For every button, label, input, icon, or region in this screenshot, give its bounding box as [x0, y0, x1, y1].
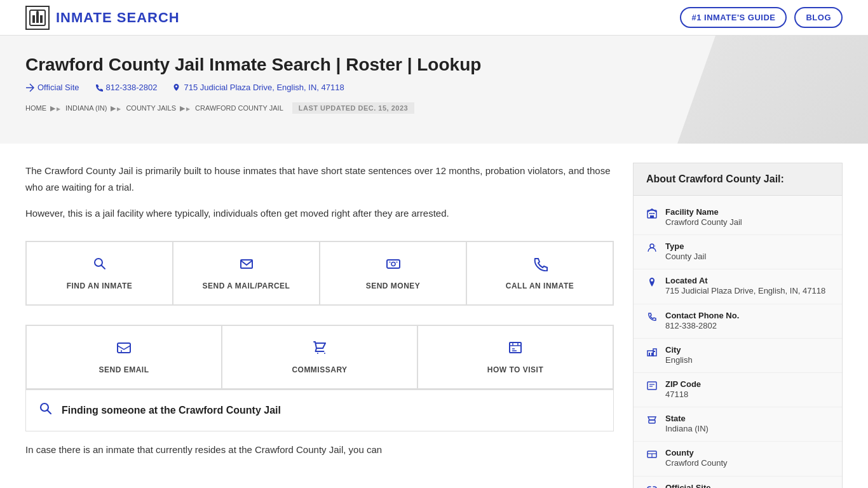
mail-icon [239, 256, 254, 275]
breadcrumb-state[interactable]: INDIANA (IN) [65, 104, 107, 112]
breadcrumb-home[interactable]: HOME [25, 104, 46, 112]
contact-phone-icon [646, 312, 658, 325]
description-para1: The Crawford County Jail is primarily bu… [25, 163, 614, 195]
page-title: Crawford County Jail Inmate Search | Ros… [25, 55, 843, 75]
address-link[interactable]: 715 Judicial Plaza Drive, English, IN, 4… [172, 83, 344, 92]
send-email-label: SEND EMAIL [98, 365, 149, 374]
hero-section: Crawford County Jail Inmate Search | Ros… [0, 36, 868, 144]
bottom-text: In case there is an inmate that currentl… [25, 442, 614, 458]
building-icon [646, 208, 658, 221]
zip-value: 47118 [665, 389, 701, 400]
description-para2: However, this is a jail facility where t… [25, 205, 614, 222]
svg-point-26 [650, 244, 654, 248]
about-county: County Crawford County [634, 442, 842, 476]
blog-button[interactable]: BLOG [794, 7, 843, 28]
header: INMATE SEARCH #1 INMATE'S GUIDE BLOG [0, 0, 868, 36]
county-label: County [665, 448, 728, 458]
svg-rect-33 [648, 382, 656, 390]
phone-label: Contact Phone No. [665, 311, 739, 320]
call-inmate-label: CALL AN INMATE [506, 281, 574, 290]
type-value: County Jail [665, 251, 706, 262]
state-icon [646, 415, 658, 428]
facility-name-label: Facility Name [665, 207, 742, 217]
breadcrumb-sep3: ▶ [180, 104, 191, 112]
hero-meta: Official Site 812-338-2802 715 Judicial … [25, 83, 843, 92]
breadcrumb-county-jails[interactable]: COUNTY JAILS [126, 104, 176, 112]
svg-point-27 [655, 246, 656, 247]
zip-icon [646, 381, 658, 393]
facility-name-value: Crawford County Jail [665, 217, 742, 228]
action-send-mail[interactable]: SEND A MAIL/PARCEL [173, 241, 320, 305]
right-column: About Crawford County Jail: Facility Nam… [633, 163, 843, 488]
left-column: The Crawford County Jail is primarily bu… [25, 163, 614, 458]
about-phone: Contact Phone No. 812-338-2802 [634, 304, 842, 339]
located-at-value: 715 Judicial Plaza Drive, English, IN, 4… [665, 285, 825, 297]
find-inmate-label: FIND AN INMATE [67, 281, 133, 290]
action-send-email[interactable]: SEND EMAIL [26, 325, 222, 389]
svg-point-8 [391, 262, 395, 266]
description-block: The Crawford County Jail is primarily bu… [25, 163, 614, 222]
about-heading: About Crawford County Jail: [634, 163, 842, 196]
location-icon [646, 277, 658, 290]
link-icon [646, 484, 658, 489]
type-label: Type [665, 241, 706, 251]
svg-rect-2 [36, 13, 39, 23]
email-icon [116, 340, 132, 359]
breadcrumb-sep1: ▶ [50, 104, 62, 112]
search-icon [92, 256, 107, 275]
svg-rect-7 [387, 260, 400, 268]
city-icon [646, 346, 658, 359]
cart-icon [312, 340, 327, 359]
find-section[interactable]: Finding someone at the Crawford County J… [25, 390, 614, 431]
located-at-label: Located At [665, 276, 825, 285]
about-official-site[interactable]: Official Site [634, 477, 842, 489]
visit-icon [508, 340, 523, 359]
action-grid-top: FIND AN INMATE SEND A MAIL/PARCEL SEND M… [25, 241, 614, 306]
main-content: The Crawford County Jail is primarily bu… [0, 144, 868, 488]
action-grid-bottom: SEND EMAIL COMMISSARY HOW TO VISIT [25, 325, 614, 390]
action-how-to-visit[interactable]: HOW TO VISIT [417, 325, 613, 389]
logo-area: INMATE SEARCH [25, 6, 180, 30]
svg-rect-24 [653, 213, 654, 214]
about-card: About Crawford County Jail: Facility Nam… [633, 163, 843, 488]
about-located-at: Located At 715 Judicial Plaza Drive, Eng… [634, 269, 842, 304]
breadcrumb-sep2: ▶ [111, 104, 122, 112]
svg-point-4 [36, 11, 39, 13]
svg-rect-3 [40, 15, 43, 23]
zip-label: ZIP Code [665, 379, 701, 389]
about-type: Type County Jail [634, 235, 842, 269]
logo-text: INMATE SEARCH [56, 10, 180, 26]
breadcrumb-current: CRAWFORD COUNTY JAIL [195, 104, 283, 112]
action-send-money[interactable]: SEND MONEY [320, 241, 466, 305]
action-find-inmate[interactable]: FIND AN INMATE [26, 241, 173, 305]
breadcrumb: HOME ▶ INDIANA (IN) ▶ COUNTY JAILS ▶ CRA… [25, 102, 843, 114]
county-icon [646, 449, 658, 462]
svg-rect-1 [32, 15, 35, 23]
about-state: State Indiana (IN) [634, 407, 842, 442]
phone-icon [532, 256, 548, 275]
about-city: City English [634, 339, 842, 373]
commissary-label: COMMISSARY [292, 365, 347, 374]
about-list: Facility Name Crawford County Jail Type … [634, 196, 842, 488]
svg-point-12 [317, 353, 318, 354]
guide-button[interactable]: #1 INMATE'S GUIDE [680, 7, 787, 28]
official-site-link[interactable]: Official Site [25, 83, 79, 92]
county-value: Crawford County [665, 458, 728, 469]
svg-rect-23 [651, 213, 653, 214]
send-money-label: SEND MONEY [366, 281, 421, 290]
svg-rect-9 [118, 343, 130, 353]
svg-rect-36 [649, 420, 655, 423]
city-value: English [665, 355, 693, 366]
type-icon [646, 243, 658, 255]
svg-rect-32 [654, 351, 655, 352]
action-call-inmate[interactable]: CALL AN INMATE [466, 241, 613, 305]
phone-link[interactable]: 812-338-2802 [95, 83, 158, 92]
phone-value: 812-338-2802 [665, 320, 739, 332]
how-to-visit-label: HOW TO VISIT [487, 365, 543, 374]
money-icon [386, 256, 401, 275]
svg-point-13 [324, 353, 325, 354]
svg-rect-31 [651, 353, 653, 356]
svg-rect-25 [650, 215, 654, 218]
city-label: City [665, 345, 693, 355]
action-commissary[interactable]: COMMISSARY [222, 325, 417, 389]
